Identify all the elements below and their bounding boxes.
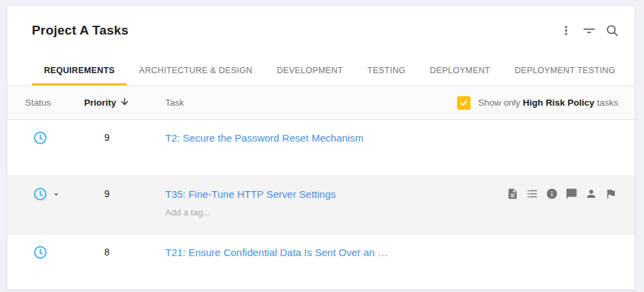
info-icon[interactable] <box>546 188 558 200</box>
tab-requirements[interactable]: REQUIREMENTS <box>32 55 127 85</box>
header-actions <box>557 22 621 39</box>
column-header-status: Status <box>7 98 78 108</box>
priority-value: 9 <box>78 187 136 201</box>
row-actions <box>507 188 635 200</box>
table-row-selected: 9 T35: Fine-Tune HTTP Server Settings Ad… <box>7 176 635 234</box>
search-button[interactable] <box>603 22 621 39</box>
priority-value: 9 <box>78 131 136 145</box>
list-icon[interactable] <box>526 188 538 200</box>
status-button[interactable] <box>7 245 78 262</box>
tab-deployment-testing[interactable]: DEPLOYMENT TESTING <box>502 55 628 85</box>
column-header-priority-label: Priority <box>84 98 116 108</box>
tab-development[interactable]: DEVELOPMENT <box>265 55 356 85</box>
table-row: 8 T21: Ensure Confidential Data Is Sent … <box>7 234 635 289</box>
status-button[interactable] <box>7 131 78 148</box>
status-dropdown-button[interactable] <box>7 187 78 204</box>
high-risk-filter-toggle[interactable]: Show only High Risk Policy tasks <box>457 96 635 110</box>
chevron-down-icon <box>51 190 61 202</box>
flag-icon[interactable] <box>605 188 617 200</box>
task-cell: T21: Ensure Confidential Data Is Sent Ov… <box>136 245 617 259</box>
filter-icon <box>582 23 597 38</box>
tab-bar: REQUIREMENTS ARCHITECTURE & DESIGN DEVEL… <box>7 55 635 86</box>
add-tag-input[interactable]: Add a tag... <box>165 207 507 217</box>
more-options-button[interactable] <box>557 22 575 39</box>
clock-icon <box>33 187 47 204</box>
table-row: 9 T2: Secure the Password Reset Mechanis… <box>7 120 635 176</box>
comment-icon[interactable] <box>565 188 578 200</box>
panel-header: Project A Tasks <box>7 6 635 55</box>
clock-icon <box>33 245 47 262</box>
page-title: Project A Tasks <box>32 23 129 38</box>
task-link[interactable]: T35: Fine-Tune HTTP Server Settings <box>165 187 336 201</box>
tab-testing[interactable]: TESTING <box>356 55 418 85</box>
tab-deployment[interactable]: DEPLOYMENT <box>418 55 502 85</box>
filter-button[interactable] <box>580 22 598 39</box>
clock-icon <box>33 131 47 148</box>
tab-architecture-design[interactable]: ARCHITECTURE & DESIGN <box>127 55 264 85</box>
kebab-menu-icon <box>559 24 573 37</box>
filter-label: Show only High Risk Policy tasks <box>478 98 618 108</box>
checked-checkbox-icon[interactable] <box>457 96 471 110</box>
person-icon[interactable] <box>585 188 597 200</box>
arrow-down-icon <box>119 96 130 109</box>
column-header-task: Task <box>136 98 457 108</box>
task-link[interactable]: T21: Ensure Confidential Data Is Sent Ov… <box>165 245 388 259</box>
priority-value: 8 <box>78 245 136 259</box>
task-link[interactable]: T2: Secure the Password Reset Mechanism <box>165 131 364 145</box>
column-header-priority[interactable]: Priority <box>84 96 129 109</box>
table-header: Status Priority Task Show only High Risk… <box>7 86 635 120</box>
task-cell: T35: Fine-Tune HTTP Server Settings Add … <box>136 187 507 217</box>
task-panel: Project A Tasks REQUIREMENTS ARCHITECTUR… <box>7 5 635 290</box>
search-icon <box>605 24 620 38</box>
task-cell: T2: Secure the Password Reset Mechanism <box>136 131 617 145</box>
document-icon[interactable] <box>507 188 519 200</box>
